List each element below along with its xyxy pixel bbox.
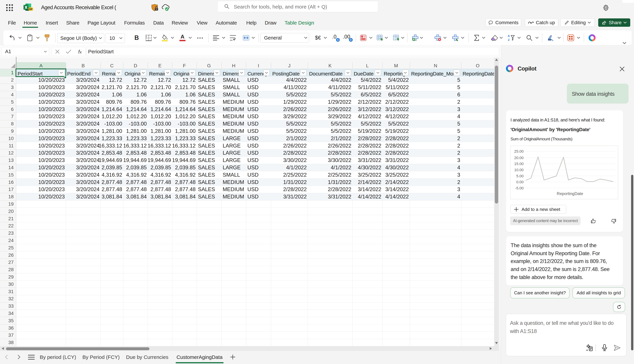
svg-text:5.00: 5.00 [516,174,524,178]
svg-text:15.00: 15.00 [514,162,524,166]
svg-text:10.00: 10.00 [514,168,524,172]
svg-text:Z: Z [508,38,510,41]
svg-text:ReportingDate: ReportingDate [557,191,583,196]
svg-text:20.00: 20.00 [514,156,524,160]
svg-text:-5.00: -5.00 [515,186,524,190]
svg-text:DF: DF [29,8,32,10]
svg-text:25.00: 25.00 [514,149,524,154]
svg-text:A: A [508,34,510,38]
svg-text:0.00: 0.00 [516,180,524,184]
